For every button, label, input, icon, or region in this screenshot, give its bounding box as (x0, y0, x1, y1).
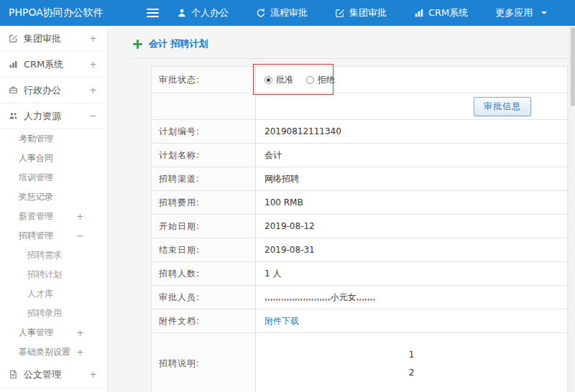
sidebar-item-group-approval[interactable]: 集团审批 + (0, 26, 107, 52)
sidebar-item-label: 培训管理 (19, 172, 53, 184)
approval-action-row: 审批信息 (152, 93, 567, 120)
sidebar-item-vehicle[interactable]: 用车管理 + (0, 388, 107, 392)
sidebar-item-admin-office[interactable]: 行政办公 + (0, 78, 107, 103)
sidebar-item-label: 招聘需求 (27, 249, 62, 261)
approve-radio[interactable]: 批准 (264, 74, 293, 86)
attachment-download-link[interactable]: 附件下载 (264, 315, 299, 327)
sidebar-item-official-docs[interactable]: 公文管理 + (0, 362, 107, 388)
table-row-start-date: 开始日期: 2019-08-12 (152, 215, 567, 238)
pen-square-icon (335, 8, 345, 18)
caret-down-icon (541, 11, 547, 17)
sidebar-item-crm[interactable]: CRM系统 + (0, 52, 107, 78)
sidebar-item-label: 奖惩记录 (19, 191, 53, 203)
sidebar-item-label: CRM系统 (24, 58, 63, 71)
field-label: 招聘费用: (152, 191, 256, 214)
sidebar-item-recruitment[interactable]: 招聘管理 − (0, 226, 107, 246)
nav-personal-office[interactable]: 个人办公 (163, 0, 242, 26)
briefcase-icon (9, 85, 18, 95)
field-label: 结束日期: (152, 238, 256, 261)
nav-label: 更多应用 (495, 6, 533, 19)
main-content: 会计 招聘计划 审批状态: 批准 拒绝 (108, 26, 575, 392)
expand-toggle[interactable]: + (76, 347, 84, 358)
field-value: 2019-08-31 (256, 238, 567, 261)
nav-label: 流程审批 (270, 6, 308, 19)
sidebar-item-label: 人才库 (27, 288, 53, 300)
table-row-description: 招聘说明: 1 2 (152, 333, 567, 392)
nav-workflow-approval[interactable]: 流程审批 (242, 0, 321, 26)
field-value: 网络招聘 (256, 167, 567, 190)
sidebar-item-training[interactable]: 培训管理 (0, 168, 107, 187)
field-label: 计划编号: (152, 120, 256, 143)
field-value: 2019-08-12 (256, 215, 567, 238)
nav-label: 集团审批 (349, 6, 387, 19)
table-row-recruit-channel: 招聘渠道: 网络招聘 (152, 167, 567, 191)
sidebar-item-rewards-punishment[interactable]: 奖惩记录 (0, 187, 107, 207)
field-label: 审批状态: (152, 67, 256, 93)
table-row-plan-name: 计划名称: 会计 (152, 144, 567, 167)
field-value: 20190812111340 (256, 120, 567, 143)
expand-toggle[interactable]: + (89, 33, 97, 44)
nav-group-approval[interactable]: 集团审批 (321, 0, 400, 26)
expand-toggle[interactable]: + (89, 59, 97, 70)
approval-status-row: 审批状态: 批准 拒绝 (152, 67, 567, 93)
sidebar-item-attendance[interactable]: 考勤管理 (0, 129, 107, 149)
field-value: ,,,,,,,,,,,,,,,,,,,,,,,,小元女,,,,,,, (256, 286, 567, 309)
collapse-toggle[interactable]: − (76, 230, 84, 241)
field-value: 1 人 (256, 262, 567, 285)
expand-toggle[interactable]: + (89, 369, 97, 380)
field-value: 会计 (256, 144, 567, 167)
nav-label: CRM系统 (428, 6, 468, 19)
sidebar-item-recruitment-plan[interactable]: 招聘计划 (0, 265, 107, 284)
sidebar-item-hr-contract[interactable]: 人事合同 (0, 149, 107, 168)
field-label: 招聘人数: (152, 262, 256, 285)
nav-crm-system[interactable]: CRM系统 (400, 0, 482, 26)
field-value: 100 RMB (256, 191, 567, 214)
approval-info-button[interactable]: 审批信息 (474, 97, 531, 116)
sidebar-item-label: 人事管理 (19, 327, 53, 339)
table-row-recruit-cost: 招聘费用: 100 RMB (152, 191, 567, 215)
description-line: 1 (409, 346, 415, 364)
sidebar-item-label: 公文管理 (24, 368, 61, 381)
pen-square-icon (9, 34, 18, 43)
sidebar-item-personnel[interactable]: 人事管理 + (0, 323, 107, 342)
sidebar-item-recruitment-demand[interactable]: 招聘需求 (0, 246, 107, 265)
scrollbar-thumb[interactable] (571, 27, 575, 106)
sidebar-item-label: 集团审批 (24, 32, 61, 45)
table-row-approvers: 审批人员: ,,,,,,,,,,,,,,,,,,,,,,,,小元女,,,,,,, (152, 286, 567, 309)
table-row-headcount: 招聘人数: 1 人 (152, 262, 567, 286)
nav-more-apps[interactable]: 更多应用 (482, 0, 561, 26)
sidebar-item-label: 招聘录用 (27, 307, 62, 319)
collapse-toggle[interactable]: − (89, 111, 97, 121)
expand-toggle[interactable]: + (89, 85, 97, 95)
bar-chart-icon (414, 8, 424, 18)
sidebar-item-label: 行政办公 (24, 84, 61, 97)
sidebar-item-salary[interactable]: 薪资管理 + (0, 207, 107, 226)
field-label: 招聘渠道: (152, 167, 256, 190)
document-icon (9, 370, 18, 379)
empty-label-cell (152, 93, 256, 119)
sidebar-item-hr[interactable]: 人力资源 − (0, 103, 107, 129)
sidebar-item-label: 薪资管理 (19, 210, 53, 223)
reject-radio[interactable]: 拒绝 (306, 74, 335, 86)
sidebar-item-label: 人事合同 (19, 152, 53, 164)
sidebar-item-label: 考勤管理 (19, 133, 53, 145)
radio-checked-icon (264, 76, 272, 84)
add-icon[interactable] (133, 39, 142, 49)
table-row-plan-number: 计划编号: 20190812111340 (152, 120, 567, 144)
description-line: 2 (409, 364, 415, 382)
radio-label: 批准 (276, 74, 293, 86)
page-header: 会计 招聘计划 (133, 37, 568, 59)
expand-toggle[interactable]: + (76, 211, 84, 222)
sidebar: 集团审批 + CRM系统 + 行政办公 + 人力资源 − 考勤管理 (0, 26, 108, 392)
detail-table: 审批状态: 批准 拒绝 审批信 (151, 66, 568, 392)
field-label: 附件文档: (152, 309, 256, 332)
sidebar-item-recruitment-hire[interactable]: 招聘录用 (0, 304, 107, 323)
vertical-scrollbar[interactable] (569, 26, 575, 392)
table-row-end-date: 结束日期: 2019-08-31 (152, 238, 567, 262)
expand-toggle[interactable]: + (76, 327, 84, 338)
menu-icon[interactable] (147, 9, 159, 17)
sidebar-item-base-categories[interactable]: 基础类别设置 + (0, 342, 107, 362)
people-icon (9, 111, 18, 121)
sidebar-item-talent-pool[interactable]: 人才库 (0, 284, 107, 304)
table-row-attachment: 附件文档: 附件下载 (152, 309, 567, 333)
